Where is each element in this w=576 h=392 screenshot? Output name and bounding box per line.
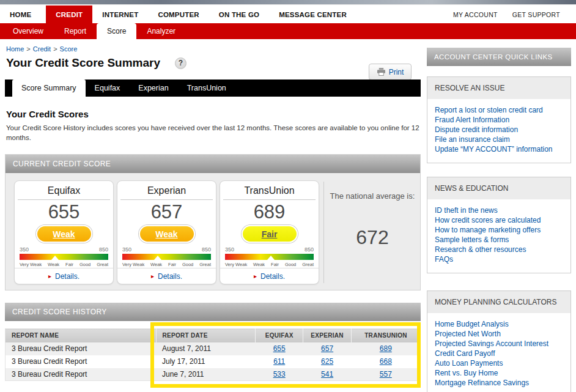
subnav-item-score[interactable]: Score (97, 23, 136, 39)
scale-minmax: 350850 (20, 246, 108, 253)
sidebar-link[interactable]: Auto Loan Payments (435, 358, 563, 368)
sidebar: ACCOUNT CENTER QUICK LINKS RESOLVE AN IS… (427, 48, 571, 392)
experian-score-link[interactable]: 541 (321, 370, 333, 379)
rating-button[interactable]: Fair (242, 225, 298, 243)
sidebar-link[interactable]: How credit scores are calculated (435, 215, 563, 225)
rating-button[interactable]: Weak (139, 225, 195, 243)
details-link[interactable]: Details. (55, 272, 79, 281)
nav-util-my-account[interactable]: MY ACCOUNT (446, 11, 505, 18)
breadcrumb-link-score[interactable]: Score (60, 45, 78, 53)
details-link[interactable]: Details. (158, 272, 182, 281)
report-date-cell: August 7, 2011 (156, 342, 256, 355)
scale-minmax: 350850 (122, 246, 211, 253)
sidebar-box-title: NEWS & EDUCATION (427, 177, 570, 199)
bureau-name: Experian (120, 181, 213, 200)
scale-min: 350 (225, 246, 234, 253)
scale-labels: Very WeakWeakFairGoodGreat (122, 262, 211, 267)
sidebar-link[interactable]: Research & other resources (435, 245, 563, 254)
transunion-score-link[interactable]: 557 (380, 370, 392, 379)
equifax-score-link[interactable]: 655 (273, 344, 286, 353)
tab-equifax[interactable]: Equifax (86, 80, 130, 97)
experian-score-cell: 541 (303, 368, 352, 381)
tab-score-summary[interactable]: Score Summary (12, 80, 86, 97)
details-link-row[interactable]: ▸Details. (117, 268, 216, 284)
breadcrumb-link-home[interactable]: Home (6, 45, 24, 53)
bureau-tab-bar: Score SummaryEquifaxExperianTransUnion (5, 80, 421, 97)
scale-max: 850 (305, 246, 314, 253)
subnav-item-report[interactable]: Report (54, 23, 97, 39)
current-credit-score-section: CURRENT CREDIT SCORE The national averag… (5, 154, 421, 290)
scale-labels: Very WeakWeakFairGoodGreat (20, 262, 108, 267)
report-name-cell: 3 Bureau Credit Report (6, 355, 157, 368)
scale-label: Good (79, 262, 90, 267)
nav-item-message-center[interactable]: MESSAGE CENTER (269, 6, 356, 23)
bureau-name: Equifax (18, 181, 110, 200)
scale-label: Fair (65, 262, 73, 267)
scale-label: Very Weak (225, 262, 247, 267)
print-button[interactable]: Print (369, 64, 412, 80)
transunion-score-link[interactable]: 689 (380, 344, 392, 353)
experian-score-link[interactable]: 625 (321, 357, 333, 366)
red-arrow-icon: ▸ (151, 273, 154, 279)
nav-item-on-the-go[interactable]: ON THE GO (209, 6, 269, 23)
sidebar-link[interactable]: Rent vs. Buy Home (435, 368, 563, 378)
nav-item-internet[interactable]: INTERNET (92, 6, 148, 23)
sidebar-link[interactable]: File an insurance claim (435, 135, 563, 144)
scores-description: Your Credit Score History includes score… (6, 123, 419, 142)
tab-transunion[interactable]: TransUnion (178, 80, 235, 97)
sidebar-link[interactable]: Report a lost or stolen credit card (435, 105, 563, 115)
subnav-item-overview[interactable]: Overview (2, 23, 54, 39)
nav-util-get-support[interactable]: GET SUPPORT (505, 11, 567, 18)
credit-score-history-section: CREDIT SCORE HISTORY REPORT NAMEREPORT D… (5, 303, 421, 381)
main-nav-utility: MY ACCOUNTGET SUPPORT (446, 6, 576, 23)
sidebar-link[interactable]: FAQs (435, 254, 563, 264)
nav-item-computer[interactable]: COMPUTER (148, 6, 209, 23)
sidebar-link[interactable]: ID theft in the news (435, 205, 563, 215)
sidebar-link[interactable]: Mortgage Refinance Savings (435, 378, 563, 388)
help-icon[interactable]: ? (175, 57, 186, 69)
transunion-score-cell: 557 (352, 368, 421, 381)
equifax-score-link[interactable]: 611 (273, 357, 285, 366)
credit-score-history-table: REPORT NAMEREPORT DATEEQUIFAXEXPERIANTRA… (5, 328, 421, 381)
score-scale: 350850Very WeakWeakFairGoodGreat (117, 246, 216, 267)
breadcrumb-link-credit[interactable]: Credit (33, 45, 51, 53)
sidebar-link[interactable]: Fraud Alert Information (435, 115, 563, 125)
nav-item-home[interactable]: HOME (0, 6, 41, 23)
history-section-header: CREDIT SCORE HISTORY (5, 303, 421, 321)
bureau-name: TransUnion (223, 181, 316, 200)
details-link-row[interactable]: ▸Details. (220, 268, 319, 284)
sidebar-link[interactable]: Update “MY ACCOUNT” information (435, 144, 563, 154)
nav-item-credit[interactable]: CREDIT (46, 6, 92, 23)
tab-experian[interactable]: Experian (129, 80, 177, 97)
details-link[interactable]: Details. (260, 272, 285, 281)
experian-score-link[interactable]: 657 (321, 344, 333, 353)
printer-icon (377, 68, 386, 76)
details-link-row[interactable]: ▸Details. (15, 268, 113, 284)
sidebar-box-money-planning-calculators: MONEY PLANNING CALCULATORSHome Budget An… (427, 290, 571, 392)
rating-button[interactable]: Weak (36, 225, 92, 243)
transunion-score-link[interactable]: 668 (380, 357, 392, 366)
equifax-score-link[interactable]: 533 (273, 370, 286, 379)
sidebar-link[interactable]: Home Budget Analysis (435, 319, 563, 329)
sidebar-link[interactable]: Dispute credit information (435, 125, 563, 135)
scale-label: Great (97, 262, 108, 267)
subnav-item-analyzer[interactable]: Analyzer (136, 23, 186, 39)
sidebar-link[interactable]: How to manage marketing offers (435, 225, 563, 235)
sidebar-link[interactable]: Credit Card Payoff (435, 349, 563, 358)
score-card-transunion: TransUnion689Fair350850Very WeakWeakFair… (220, 180, 319, 284)
sidebar-box-links: Home Budget AnalysisProjected Net WorthP… (427, 313, 570, 392)
sidebar-link[interactable]: Sample letters & forms (435, 235, 563, 245)
sidebar-link[interactable]: Projected Net Worth (435, 329, 563, 339)
scale-label: Weak (150, 262, 162, 267)
history-col-report-name: REPORT NAME (6, 329, 157, 342)
red-arrow-icon: ▸ (254, 273, 257, 279)
report-name-cell: 3 Bureau Credit Report (6, 368, 157, 381)
equifax-score-cell: 533 (256, 368, 303, 381)
report-date-cell: July 17, 2011 (156, 355, 256, 368)
history-col-experian: EXPERIAN (303, 329, 352, 342)
scale-min: 350 (122, 246, 131, 253)
sidebar-link[interactable]: Projected Savings Account Interest (435, 339, 563, 349)
score-card-experian: Experian657Weak350850Very WeakWeakFairGo… (117, 180, 216, 284)
score-card-equifax: Equifax655Weak350850Very WeakWeakFairGoo… (14, 180, 114, 284)
scale-pointer (154, 256, 161, 260)
